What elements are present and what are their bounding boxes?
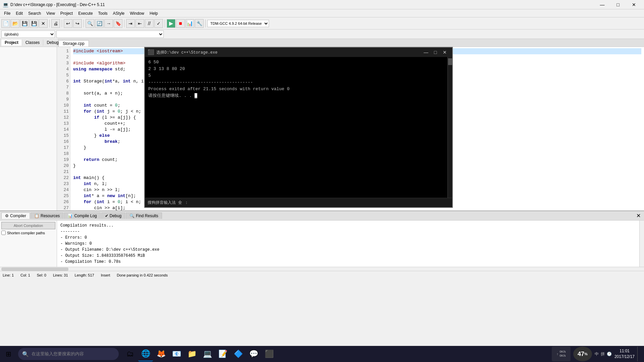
window-controls: — □ ✕ [595, 0, 641, 9]
taskbar-app-ie[interactable]: 🌐 [138, 347, 153, 361]
menu-file[interactable]: File [1, 9, 13, 17]
close-button[interactable]: ✕ [626, 0, 641, 9]
clock-time: 11:01 [614, 348, 635, 354]
menu-astyle[interactable]: AStyle [110, 9, 127, 17]
taskbar-app-mail[interactable]: 📧 [169, 347, 184, 361]
result-line-6: - Output Size: 1.84833335876465 MiB [60, 253, 636, 259]
show-desktop-button[interactable] [637, 347, 640, 361]
rebuild-button[interactable]: 🔧 [195, 19, 204, 28]
taskbar-app-files[interactable]: 📁 [184, 347, 199, 361]
menu-help[interactable]: Help [147, 9, 161, 17]
results-scrollbar[interactable] [639, 221, 644, 267]
bottom-tab-compilelog[interactable]: 📊 Compile Log [64, 213, 100, 219]
search-circle-icon: 🔍 [22, 351, 29, 357]
clock-date: 2017/12/17 [614, 354, 635, 360]
taskbar-search[interactable]: 🔍 在这里输入您要搜索的内容 [18, 348, 119, 360]
toggle-comment-button[interactable]: // [145, 19, 154, 28]
run-button[interactable]: ■ [176, 19, 185, 28]
bookmark-button[interactable]: 🔖 [114, 19, 122, 28]
result-line-7: - Compilation Time: 0.78s [60, 259, 636, 265]
status-col: Col: 1 [20, 273, 30, 277]
menu-edit[interactable]: Edit [13, 9, 25, 17]
menu-view[interactable]: View [44, 9, 58, 17]
new-button[interactable]: 📄 [1, 19, 10, 28]
menu-search[interactable]: Search [25, 9, 44, 17]
tab-project[interactable]: Project [1, 40, 22, 46]
result-line-2: -------- [60, 229, 636, 235]
sep3 [84, 19, 84, 27]
start-button[interactable]: ⊞ [0, 346, 17, 362]
bottom-tab-findresults[interactable]: 🔍 Find Results [126, 213, 162, 219]
bottom-tab-debug[interactable]: ✔ Debug [101, 213, 125, 219]
taskbar-app-devcpp[interactable]: 💻 [200, 347, 215, 361]
editor-area[interactable]: 1234 5678 9101112 13141516 17181920 2122… [57, 47, 644, 210]
menu-tools[interactable]: Tools [96, 9, 110, 17]
menu-execute[interactable]: Execute [75, 9, 95, 17]
syntax-check-button[interactable]: ✓ [154, 19, 163, 28]
console-line-5: Process exited after 21.15 seconds with … [148, 86, 444, 93]
tab-classes[interactable]: Classes [22, 40, 44, 46]
console-title-text: 选择D:\dev c++\Storage.exe [156, 50, 421, 55]
result-line-1: Compilation results... [60, 223, 636, 229]
console-scrollbar[interactable] [447, 57, 452, 198]
bottom-panel-close[interactable]: ✕ [634, 213, 643, 219]
taskbar-app-word[interactable]: 📝 [215, 347, 230, 361]
console-minimize[interactable]: — [421, 49, 431, 56]
console-ime-bar: 搜狗拼音输入法 全 ： [145, 198, 452, 207]
line-numbers: 1234 5678 9101112 13141516 17181920 2122… [57, 47, 70, 210]
taskbar-app-firefox[interactable]: 🦊 [154, 347, 168, 361]
status-bar: Line: 1 Col: 1 Sel: 0 Lines: 31 Length: … [0, 271, 644, 279]
result-line-3: - Errors: 0 [60, 235, 636, 241]
taskbar-app-taskview[interactable]: 🗂 [123, 347, 138, 361]
symbol-select[interactable] [56, 31, 164, 38]
goto-button[interactable]: → [104, 19, 113, 28]
bottom-tab-resources[interactable]: 📋 Resources [31, 213, 63, 219]
replace-button[interactable]: 🔄 [95, 19, 104, 28]
window-title: D:\dev c++\Storage.cpp - [Executing] - D… [10, 2, 595, 7]
taskbar-right: ↑ 0K/s 0K/s 47% 中 拼 🕐 11:01 2017/12/17 [552, 347, 644, 361]
open-button[interactable]: 📂 [11, 19, 19, 28]
shorten-paths-label[interactable]: Shorten compiler paths [1, 231, 55, 235]
minimize-button[interactable]: — [595, 0, 610, 9]
result-line-5: - Output Filename: D:\dev c++\Storage.ex… [60, 247, 636, 253]
editor-tab-storage[interactable]: Storage.cpp [58, 40, 89, 47]
resources-tab-icon: 📋 [34, 214, 39, 218]
save-button[interactable]: 💾 [20, 19, 29, 28]
network-widget[interactable]: ↑ 0K/s 0K/s [552, 347, 571, 361]
console-line-6: 请按任意键继续. . . _ [148, 93, 444, 99]
close-file-button[interactable]: ✕ [39, 19, 48, 28]
maximize-button[interactable]: □ [610, 0, 626, 9]
systray: 中 拼 🕐 [595, 351, 612, 357]
save-all-button[interactable]: 💾 [30, 19, 38, 28]
shorten-paths-checkbox[interactable] [1, 231, 6, 235]
redo-button[interactable]: ↪ [73, 19, 82, 28]
compile-button[interactable]: ▶ [167, 19, 175, 28]
compile-run-button[interactable]: 📊 [185, 19, 194, 28]
language-icon: 中 [595, 351, 599, 357]
taskbar-search-placeholder: 在这里输入您要搜索的内容 [32, 351, 84, 357]
compilelog-tab-icon: 📊 [68, 214, 73, 218]
console-close[interactable]: ✕ [440, 49, 449, 56]
bottom-tab-bar: ⚙ Compiler 📋 Resources 📊 Compile Log ✔ D… [0, 211, 644, 221]
network-download: 0K/s [559, 354, 566, 358]
taskbar-app-vs[interactable]: 🔷 [231, 347, 246, 361]
menu-project[interactable]: Project [58, 9, 75, 17]
abort-compilation-button[interactable]: Abort Compilation [1, 222, 55, 229]
menu-window[interactable]: Window [127, 9, 147, 17]
taskbar-app-wechat[interactable]: 💬 [246, 347, 261, 361]
console-maximize[interactable]: □ [431, 49, 440, 56]
print-button[interactable]: 🖨 [51, 19, 60, 28]
indent-button[interactable]: ⇥ [126, 19, 135, 28]
taskbar-apps: 🗂 🌐 🦊 📧 📁 💻 📝 🔷 💬 ⬛ [123, 347, 276, 361]
undo-button[interactable]: ↩ [64, 19, 72, 28]
title-bar: 💻 D:\dev c++\Storage.cpp - [Executing] -… [0, 0, 644, 9]
unindent-button[interactable]: ⇤ [136, 19, 144, 28]
compiler-select[interactable]: TDM-GCC 4.9.2 64-bit Release [207, 20, 269, 27]
find-button[interactable]: 🔍 [86, 19, 94, 28]
taskbar-app-terminal[interactable]: ⬛ [262, 347, 276, 361]
scope-select[interactable]: (globals) [1, 31, 55, 38]
bottom-tab-compiler[interactable]: ⚙ Compiler [1, 213, 30, 219]
console-title-bar: ⬛ 选择D:\dev c++\Storage.exe — □ ✕ [145, 48, 452, 57]
taskbar: ⊞ 🔍 在这里输入您要搜索的内容 🗂 🌐 🦊 📧 📁 💻 📝 🔷 💬 ⬛ ↑ 0… [0, 346, 644, 362]
editor-hscrollbar[interactable] [0, 267, 644, 271]
